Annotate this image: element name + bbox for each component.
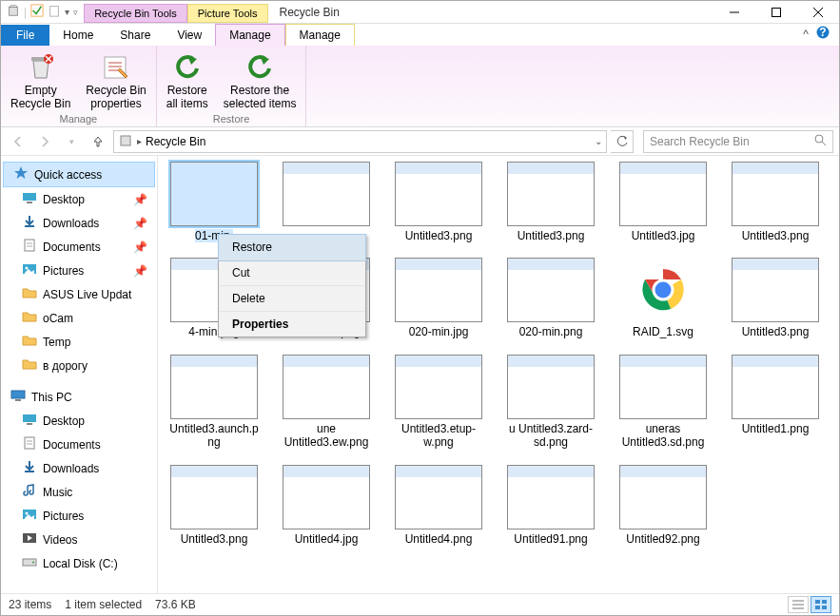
sidebar-item[interactable]: Desktop: [1, 409, 157, 433]
contextual-tab-recycle[interactable]: Recycle Bin Tools: [84, 4, 187, 23]
contextual-tab-picture[interactable]: Picture Tools: [187, 4, 268, 23]
qat-new-folder-icon[interactable]: [48, 4, 61, 20]
svg-rect-29: [15, 399, 21, 401]
sidebar-item[interactable]: в дорогу: [1, 354, 157, 377]
svg-point-27: [26, 267, 29, 270]
sidebar-item[interactable]: ASUS Live Updat: [1, 282, 157, 306]
empty-recycle-bin-button[interactable]: Empty Recycle Bin: [7, 49, 74, 113]
sidebar-item[interactable]: Videos: [1, 528, 157, 551]
svg-rect-50: [822, 606, 827, 609]
help-icon[interactable]: ?: [816, 26, 830, 42]
refresh-button[interactable]: [611, 130, 634, 153]
folder-icon: [22, 214, 37, 232]
file-list-pane[interactable]: 01-min.Untitled3.pngUntitled3.pngUntitle…: [158, 156, 839, 593]
file-item[interactable]: Untitled3.jpg: [616, 162, 710, 242]
drive-icon: [22, 530, 37, 549]
sidebar-item[interactable]: Downloads📌: [1, 211, 157, 235]
file-item[interactable]: Untitled4.png: [392, 465, 485, 546]
file-item[interactable]: Untitled3.png: [729, 162, 822, 242]
file-item[interactable]: Untitled3.png: [392, 162, 485, 242]
sidebar-item[interactable]: Documents: [1, 433, 157, 456]
recycle-bin-properties-button[interactable]: Recycle Bin properties: [82, 49, 149, 113]
sidebar-item[interactable]: Downloads: [1, 456, 157, 480]
file-thumbnail: [619, 355, 707, 419]
file-item[interactable]: Untitled1.png: [729, 355, 822, 450]
breadcrumb-location[interactable]: Recycle Bin: [146, 135, 205, 148]
sidebar-item[interactable]: Local Disk (C:): [1, 551, 157, 575]
file-item[interactable]: Untitled3.aunch.png: [167, 355, 261, 450]
nav-up-button[interactable]: [87, 130, 109, 153]
restore-selected-button[interactable]: Restore the selected items: [220, 49, 301, 113]
minimize-button[interactable]: [713, 1, 755, 24]
context-menu-properties[interactable]: Properties: [219, 312, 365, 337]
file-item[interactable]: 020-min.jpg: [392, 258, 485, 338]
recycle-bin-properties-label: Recycle Bin properties: [86, 84, 146, 111]
file-item[interactable]: 01-min.: [167, 162, 261, 242]
window-title: Recycle Bin: [280, 6, 340, 19]
file-item[interactable]: Untitled4.jpg: [280, 465, 373, 546]
svg-point-18: [815, 135, 823, 143]
file-name-label: uneras Untitled3.sd.png: [616, 422, 710, 450]
file-item[interactable]: Untitled3.png: [504, 162, 597, 242]
view-thumbnails-button[interactable]: [811, 596, 831, 613]
restore-all-label: Restore all items: [166, 84, 208, 111]
breadcrumb-chevron-icon[interactable]: ▸: [137, 136, 142, 146]
tab-file[interactable]: File: [1, 25, 49, 46]
file-item[interactable]: Untitled3.png: [729, 258, 822, 338]
view-details-button[interactable]: [788, 596, 809, 613]
folder-icon: [22, 309, 37, 327]
svg-rect-28: [11, 391, 25, 398]
restore-all-button[interactable]: Restore all items: [163, 49, 212, 113]
file-item[interactable]: Untitled3.png: [167, 465, 261, 546]
tab-view[interactable]: View: [164, 25, 215, 46]
sidebar-item[interactable]: Pictures: [1, 504, 157, 528]
folder-icon: [22, 238, 37, 256]
svg-text:?: ?: [819, 26, 826, 39]
maximize-button[interactable]: [755, 1, 797, 24]
nav-recent-dropdown[interactable]: ▾: [60, 130, 83, 153]
tab-manage-recycle[interactable]: Manage: [215, 24, 284, 46]
sidebar-item[interactable]: Pictures📌: [1, 259, 157, 282]
tab-manage-picture[interactable]: Manage: [285, 24, 355, 46]
sidebar-quick-access[interactable]: Quick access: [3, 162, 155, 187]
qat-checkbox-icon[interactable]: [30, 4, 44, 20]
sidebar-this-pc[interactable]: This PC: [1, 385, 157, 409]
ribbon-collapse-icon[interactable]: ^: [803, 28, 809, 41]
nav-back-button[interactable]: [7, 130, 29, 153]
file-item[interactable]: une Untitled3.ew.png: [280, 355, 373, 450]
file-item[interactable]: Untitled92.png: [616, 465, 710, 546]
file-item[interactable]: Untitled91.png: [504, 465, 597, 546]
address-bar[interactable]: ▸ Recycle Bin ⌄: [113, 130, 607, 153]
file-item[interactable]: u Untitled3.zard-sd.png: [504, 355, 597, 450]
qat-separator: |: [24, 6, 27, 19]
file-item[interactable]: [280, 162, 373, 242]
qat-dropdown-icon[interactable]: ▾: [65, 7, 69, 17]
sidebar-item[interactable]: Documents📌: [1, 235, 157, 259]
search-icon: [813, 133, 827, 149]
svg-rect-0: [10, 8, 18, 16]
sidebar-item[interactable]: Music: [1, 480, 157, 504]
file-item[interactable]: RAID_1.svg: [616, 258, 710, 338]
sidebar-item[interactable]: oCam: [1, 306, 157, 330]
breadcrumb-dropdown[interactable]: ⌄: [595, 136, 602, 146]
file-item[interactable]: Untitled3.etup-w.png: [392, 355, 485, 450]
sidebar-item[interactable]: Desktop📌: [1, 187, 157, 211]
context-menu-cut[interactable]: Cut: [219, 260, 365, 286]
search-input[interactable]: Search Recycle Bin: [643, 130, 833, 153]
sidebar-item-label: Music: [43, 486, 72, 499]
file-name-label: 020-min.jpg: [409, 325, 469, 338]
sidebar-item[interactable]: Temp: [1, 330, 157, 354]
svg-rect-48: [822, 600, 827, 604]
sidebar-item-label: oCam: [43, 312, 73, 325]
tab-home[interactable]: Home: [49, 25, 107, 46]
context-menu-restore[interactable]: Restore: [219, 235, 365, 260]
close-button[interactable]: [797, 1, 839, 24]
file-item[interactable]: uneras Untitled3.sd.png: [616, 355, 710, 450]
file-name-label: Untitled3.png: [742, 325, 810, 338]
tab-share[interactable]: Share: [107, 25, 164, 46]
sidebar-item-label: в дорогу: [43, 359, 88, 373]
file-item[interactable]: 020-min.png: [504, 258, 597, 338]
context-menu-delete[interactable]: Delete: [219, 286, 365, 312]
qat-overflow[interactable]: ▿: [73, 8, 78, 17]
nav-forward-button[interactable]: [33, 130, 56, 153]
